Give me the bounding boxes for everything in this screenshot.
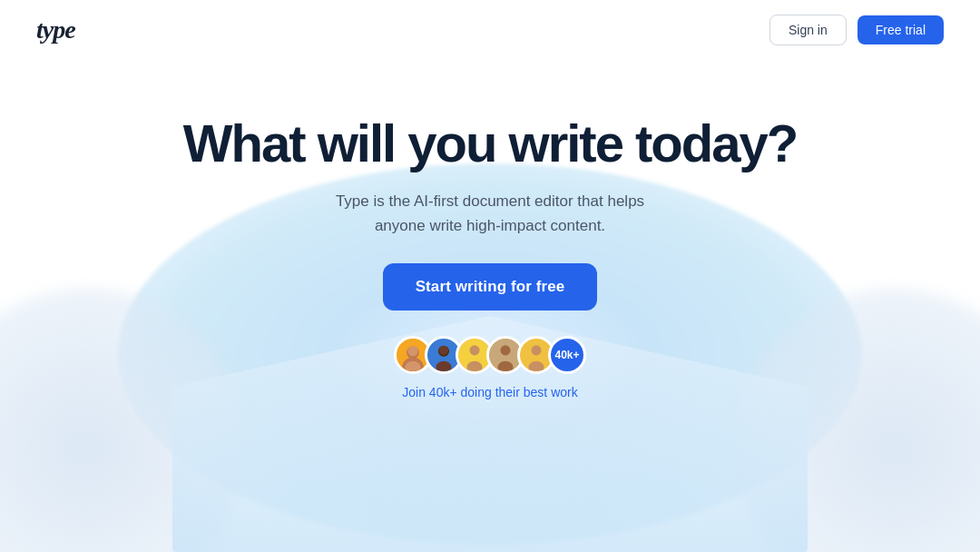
hero-section: What will you write today? Type is the A… bbox=[0, 60, 980, 399]
signin-button[interactable]: Sign in bbox=[769, 15, 847, 45]
avatar-count-badge: 40k+ bbox=[548, 336, 586, 374]
hero-title: What will you write today? bbox=[183, 114, 797, 172]
hero-subtitle-line2: anyone write high-impact content. bbox=[375, 217, 605, 234]
hero-subtitle-line1: Type is the AI-first document editor tha… bbox=[336, 192, 644, 210]
svg-point-16 bbox=[531, 345, 541, 355]
logo: type bbox=[36, 15, 75, 44]
cta-button[interactable]: Start writing for free bbox=[383, 263, 598, 310]
svg-point-3 bbox=[407, 346, 417, 356]
hero-subtitle: Type is the AI-first document editor tha… bbox=[336, 189, 644, 238]
svg-point-7 bbox=[439, 346, 448, 355]
svg-point-13 bbox=[500, 345, 510, 355]
navbar: type Sign in Free trial bbox=[0, 0, 980, 60]
nav-actions: Sign in Free trial bbox=[769, 15, 944, 45]
join-text: Join 40k+ doing their best work bbox=[402, 385, 577, 399]
freetrial-button[interactable]: Free trial bbox=[858, 15, 944, 44]
avatars-row: 40k+ bbox=[394, 336, 586, 374]
svg-point-10 bbox=[469, 345, 479, 355]
